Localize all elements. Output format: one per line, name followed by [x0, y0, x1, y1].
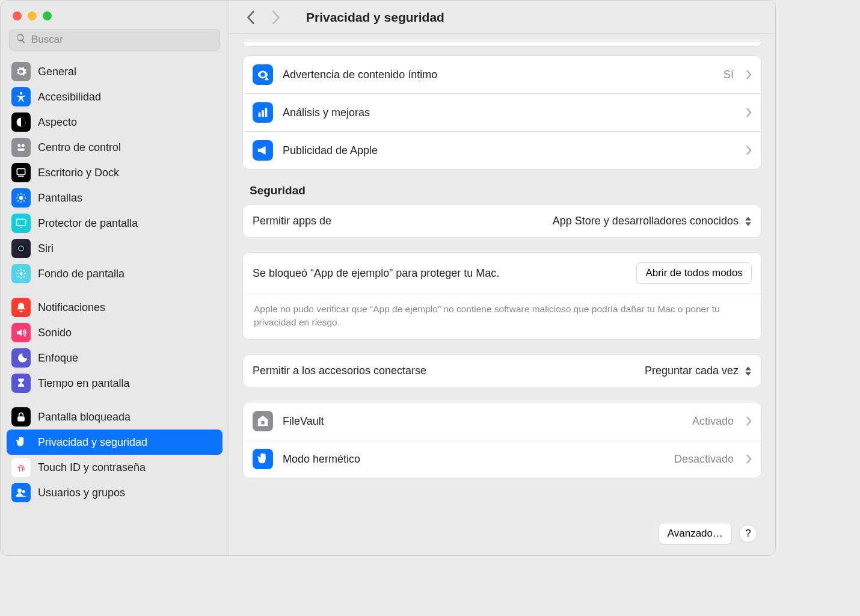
chevron-right-icon: [746, 108, 752, 117]
svg-point-13: [20, 277, 22, 279]
allow-apps-label: Permitir apps de: [253, 215, 543, 227]
hourglass-icon: [11, 374, 31, 393]
sidebar-item-aspect[interactable]: Aspecto: [7, 109, 223, 135]
accessories-value: Preguntar cada vez: [645, 365, 739, 377]
row-analytics[interactable]: Análisis y mejoras: [243, 94, 761, 132]
sidebar-item-sound[interactable]: Sonido: [7, 320, 223, 345]
fingerprint-icon: [11, 458, 31, 477]
row-lockdown[interactable]: Modo hermético Desactivado: [243, 440, 761, 478]
sidebar-item-label: General: [38, 66, 76, 78]
search-icon: [16, 33, 31, 46]
chevron-right-icon: [746, 146, 752, 155]
security-header: Seguridad: [242, 184, 762, 205]
bell-icon: [11, 298, 31, 317]
svg-rect-8: [17, 219, 26, 226]
accessories-select[interactable]: Preguntar cada vez: [645, 365, 752, 377]
svg-rect-24: [262, 110, 264, 117]
minimize-window-button[interactable]: [28, 11, 37, 20]
accessories-group: Permitir a los accesorios conectarse Pre…: [242, 354, 762, 387]
help-button[interactable]: ?: [739, 525, 757, 543]
footer: Avanzado… ?: [659, 523, 757, 544]
megaphone-icon: [253, 140, 273, 161]
allow-apps-group: Permitir apps de App Store y desarrollad…: [242, 205, 762, 238]
sidebar-item-label: Notificaciones: [38, 301, 105, 314]
hand-icon: [11, 433, 31, 452]
sidebar-item-fingerprint[interactable]: Touch ID y contraseña: [7, 455, 223, 480]
filevault-lockdown-group: FileVault Activado Modo hermético Desact…: [242, 402, 762, 478]
previous-group-peek: [242, 41, 762, 47]
analytics-icon: [253, 102, 273, 123]
sidebar-item-siri[interactable]: Siri: [7, 236, 223, 261]
sidebar-item-dock[interactable]: Escritorio y Dock: [7, 160, 223, 185]
advanced-button[interactable]: Avanzado…: [659, 523, 732, 544]
aspect-icon: [11, 112, 31, 132]
accessories-label: Permitir a los accesorios conectarse: [253, 365, 635, 377]
sidebar-item-hand[interactable]: Privacidad y seguridad: [7, 430, 223, 455]
updown-icon: [745, 366, 752, 377]
svg-point-19: [23, 276, 25, 278]
sidebar-item-label: Siri: [38, 242, 54, 255]
sidebar-item-users[interactable]: Usuarios y grupos: [7, 480, 223, 505]
svg-rect-6: [18, 176, 24, 177]
allow-apps-select[interactable]: App Store y desarrolladores conocidos: [553, 215, 752, 227]
sidebar-item-label: Escritorio y Dock: [38, 167, 119, 179]
chevron-right-icon: [746, 70, 752, 79]
sidebar-item-label: Touch ID y contraseña: [38, 461, 146, 474]
row-label: Análisis y mejoras: [283, 106, 736, 119]
sidebar-item-bell[interactable]: Notificaciones: [7, 295, 223, 320]
svg-point-0: [20, 92, 22, 94]
house-lock-icon: [253, 411, 273, 431]
svg-rect-25: [265, 108, 268, 117]
sidebar-item-label: Accesibilidad: [38, 91, 101, 103]
wallpaper-icon: [11, 264, 31, 283]
hand-icon: [253, 449, 273, 469]
users-icon: [11, 483, 31, 502]
toolbar: Privacidad y seguridad: [229, 1, 775, 34]
sidebar-item-lockscreen[interactable]: Pantalla bloqueada: [7, 404, 223, 430]
svg-point-2: [17, 144, 20, 147]
row-sensitive-content[interactable]: Advertencia de contenido íntimo Sí: [243, 56, 761, 94]
forward-button[interactable]: [269, 10, 283, 25]
back-button[interactable]: [244, 10, 258, 25]
svg-point-16: [17, 270, 19, 272]
svg-point-9: [17, 244, 26, 253]
sidebar-item-access[interactable]: Accesibilidad: [7, 84, 223, 109]
sidebar-item-label: Pantalla bloqueada: [38, 411, 131, 424]
eye-warn-icon: [253, 64, 273, 85]
svg-rect-23: [259, 112, 261, 117]
sidebar-item-control[interactable]: Centro de control: [7, 135, 223, 160]
svg-point-17: [23, 270, 25, 272]
close-window-button[interactable]: [13, 11, 22, 20]
sidebar-item-gear[interactable]: General: [7, 59, 223, 84]
svg-point-15: [24, 273, 25, 275]
search-input[interactable]: [31, 34, 213, 46]
accessories-row: Permitir a los accesorios conectarse Pre…: [243, 355, 761, 387]
blocked-app-text: Se bloqueó “App de ejemplo” para protege…: [253, 267, 499, 280]
row-value: Activado: [692, 415, 734, 428]
zoom-window-button[interactable]: [43, 11, 52, 20]
sidebar-item-moon[interactable]: Enfoque: [7, 345, 223, 371]
sidebar-item-wallpaper[interactable]: Fondo de pantalla: [7, 261, 223, 286]
open-anyway-button[interactable]: Abrir de todos modos: [636, 262, 752, 284]
row-apple-ads[interactable]: Publicidad de Apple: [243, 132, 761, 169]
allow-apps-row: Permitir apps de App Store y desarrollad…: [243, 205, 761, 237]
search-input-wrap[interactable]: [9, 29, 220, 51]
privacy-group: Advertencia de contenido íntimo Sí Análi…: [242, 55, 762, 170]
row-value: Sí: [723, 69, 734, 81]
dock-icon: [11, 163, 31, 182]
sidebar-item-label: Enfoque: [38, 352, 78, 365]
row-filevault[interactable]: FileVault Activado: [243, 402, 761, 440]
row-label: FileVault: [283, 415, 683, 428]
content-scroll[interactable]: Advertencia de contenido íntimo Sí Análi…: [229, 34, 775, 555]
svg-point-21: [17, 488, 22, 493]
sidebar-item-label: Privacidad y seguridad: [38, 436, 147, 449]
sidebar-item-screensaver[interactable]: Protector de pantalla: [7, 211, 223, 236]
sidebar-item-hourglass[interactable]: Tiempo en pantalla: [7, 371, 223, 396]
sidebar-item-displays[interactable]: Pantallas: [7, 185, 223, 211]
sidebar-item-label: Aspecto: [38, 116, 77, 129]
sidebar-item-label: Pantallas: [38, 192, 82, 205]
sidebar: GeneralAccesibilidadAspectoCentro de con…: [1, 1, 229, 555]
allow-apps-value: App Store y desarrolladores conocidos: [553, 215, 739, 227]
svg-point-14: [16, 273, 18, 275]
updown-icon: [745, 216, 752, 227]
